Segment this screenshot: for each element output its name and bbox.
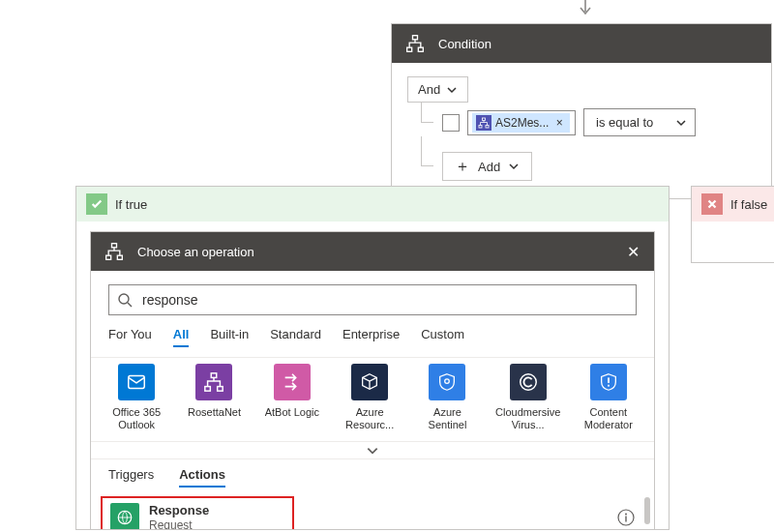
connector-azure-sentinel[interactable]: Azure Sentinel [419, 364, 475, 431]
condition-add-button[interactable]: ＋ Add [442, 152, 532, 181]
tab-actions[interactable]: Actions [179, 467, 225, 488]
connector-rosettanet[interactable]: RosettaNet [186, 364, 242, 431]
info-icon[interactable] [617, 509, 635, 526]
response-connector-icon [110, 503, 139, 530]
tab-triggers[interactable]: Triggers [108, 467, 154, 488]
dynamic-token[interactable]: AS2Mes... × [472, 113, 570, 133]
search-icon [117, 292, 133, 308]
svg-rect-13 [218, 387, 223, 392]
choose-operation-header: Choose an operation ✕ [91, 232, 654, 271]
chevron-down-icon [366, 444, 379, 458]
plus-icon: ＋ [455, 159, 470, 174]
svg-rect-4 [479, 125, 482, 128]
connector-name: Azure Sentinel [419, 406, 475, 431]
check-icon [86, 193, 107, 215]
svg-rect-11 [212, 373, 218, 378]
results-list: Response Request [91, 491, 654, 530]
condition-add-label: Add [478, 160, 500, 174]
svg-rect-7 [106, 255, 111, 259]
iffalse-label: If false [730, 197, 767, 212]
svg-rect-3 [483, 118, 486, 121]
connector-icon [510, 364, 547, 400]
iffalse-header[interactable]: If false [692, 187, 774, 222]
iftrue-label: If true [115, 197, 147, 212]
svg-point-20 [625, 514, 627, 516]
condition-comparator-label: is equal to [596, 115, 653, 130]
condition-title: Condition [438, 37, 491, 51]
connector-grid-expand[interactable] [91, 442, 654, 459]
filter-tab-enterprise[interactable]: Enterprise [342, 327, 400, 347]
connector-name: Azure Resourc... [342, 406, 398, 431]
close-button[interactable]: ✕ [621, 243, 644, 261]
filter-tab-builtin[interactable]: Built-in [210, 327, 249, 347]
connector-icon [351, 364, 388, 400]
svg-rect-10 [129, 376, 145, 389]
connector-name: Cloudmersive Virus... [495, 406, 560, 431]
svg-point-9 [119, 294, 129, 304]
token-label: AS2Mes... [495, 116, 549, 130]
connector-icon [590, 364, 627, 400]
connector-icon [118, 364, 155, 400]
token-source-icon [476, 115, 491, 131]
connector-cloudmersive-virus[interactable]: Cloudmersive Virus... [497, 364, 559, 431]
iffalse-branch: If false [691, 186, 774, 263]
condition-group-operator[interactable]: And [407, 76, 468, 103]
iftrue-header[interactable]: If true [76, 187, 669, 222]
connector-azure-resourc[interactable]: Azure Resourc... [342, 364, 398, 431]
chevron-down-icon [508, 161, 520, 172]
choose-operation-panel: Choose an operation ✕ For You All Built-… [90, 231, 655, 530]
condition-add-row: ＋ Add [421, 152, 756, 181]
iftrue-branch: If true Choose an operation ✕ For You Al… [75, 186, 670, 530]
result-subtitle: Request [149, 518, 209, 530]
chevron-down-icon [675, 117, 687, 129]
svg-rect-21 [625, 517, 626, 522]
svg-rect-0 [413, 36, 418, 40]
token-remove-button[interactable]: × [552, 116, 566, 130]
connector-atbot-logic[interactable]: AtBot Logic [264, 364, 320, 431]
filter-tab-custom[interactable]: Custom [421, 327, 464, 347]
filter-tab-standard[interactable]: Standard [270, 327, 321, 347]
flow-arrow-down-icon [578, 0, 593, 19]
connector-name: Content Moderator [580, 406, 637, 431]
close-icon [701, 193, 723, 215]
svg-rect-5 [486, 125, 489, 128]
result-name: Response [149, 503, 209, 518]
search-input[interactable] [140, 291, 628, 309]
svg-rect-16 [608, 377, 610, 383]
connector-name: AtBot Logic [265, 406, 319, 419]
choose-operation-title: Choose an operation [137, 245, 254, 259]
filter-tabs: For You All Built-in Standard Enterprise… [91, 321, 654, 357]
condition-comparator[interactable]: is equal to [583, 108, 696, 136]
svg-rect-1 [407, 47, 412, 51]
result-item-response[interactable]: Response Request [103, 497, 642, 530]
connector-content-moderator[interactable]: Content Moderator [580, 364, 637, 431]
connector-icon [195, 364, 232, 400]
condition-row: AS2Mes... × is equal to [421, 108, 756, 136]
condition-icon [402, 30, 429, 57]
condition-header[interactable]: Condition [392, 24, 771, 63]
condition-left-operand[interactable]: AS2Mes... × [467, 110, 576, 135]
condition-card: Condition And AS2Mes... × [391, 23, 772, 199]
svg-rect-6 [112, 244, 117, 248]
condition-row-checkbox[interactable] [442, 114, 460, 132]
connector-icon [429, 364, 465, 400]
connector-icon [274, 364, 311, 400]
trigger-action-tabs: Triggers Actions [91, 459, 654, 491]
results-scrollbar[interactable] [644, 497, 650, 524]
svg-point-15 [520, 374, 536, 391]
filter-tab-all[interactable]: All [173, 327, 190, 347]
condition-group-operator-label: And [418, 82, 440, 97]
svg-rect-2 [418, 47, 423, 51]
search-box[interactable] [108, 284, 637, 315]
filter-tab-foryou[interactable]: For You [108, 327, 152, 347]
connector-name: Office 365 Outlook [108, 406, 164, 431]
chevron-down-icon [446, 84, 458, 96]
svg-rect-17 [608, 385, 610, 387]
svg-rect-8 [117, 255, 122, 259]
connector-grid: Office 365 OutlookRosettaNetAtBot LogicA… [91, 357, 654, 442]
svg-point-14 [445, 379, 450, 384]
connector-name: RosettaNet [188, 406, 241, 419]
connector-office-365-outlook[interactable]: Office 365 Outlook [108, 364, 164, 431]
choose-operation-icon [101, 238, 128, 265]
svg-rect-12 [205, 387, 211, 392]
